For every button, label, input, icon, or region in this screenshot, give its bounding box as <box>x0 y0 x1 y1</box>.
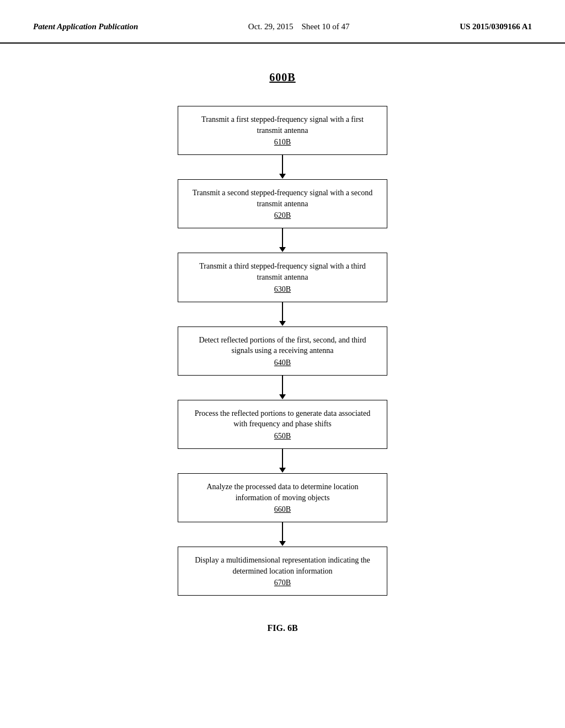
flow-box-text-650b: Process the reflected portions to genera… <box>189 408 376 430</box>
sheet-info: Sheet 10 of 47 <box>302 22 350 31</box>
arrow-line-3 <box>282 302 283 321</box>
flow-box-text-620b: Transmit a second stepped-frequency sign… <box>189 188 376 209</box>
arrow-4 <box>279 376 286 400</box>
arrow-6 <box>279 522 286 547</box>
publication-label: Patent Application Publication <box>33 22 138 31</box>
header-center: Oct. 29, 2015 Sheet 10 of 47 <box>248 22 350 31</box>
flow-box-610b: Transmit a first stepped-frequency signa… <box>178 106 387 155</box>
patent-number: US 2015/0309166 A1 <box>460 22 532 31</box>
flow-box-label-630b: 630B <box>189 285 376 294</box>
arrow-head-2 <box>279 247 286 252</box>
arrow-head-4 <box>279 394 286 399</box>
flow-box-label-650b: 650B <box>189 432 376 441</box>
flow-box-630b: Transmit a third stepped-frequency signa… <box>178 253 387 302</box>
arrow-2 <box>279 228 286 253</box>
flow-box-label-640b: 640B <box>189 358 376 367</box>
flow-box-650b: Process the reflected portions to genera… <box>178 400 387 449</box>
flow-box-label-620b: 620B <box>189 211 376 220</box>
arrow-head-6 <box>279 541 286 546</box>
flow-box-text-610b: Transmit a first stepped-frequency signa… <box>189 114 376 136</box>
flow-box-text-630b: Transmit a third stepped-frequency signa… <box>189 261 376 282</box>
publication-date: Oct. 29, 2015 <box>248 22 294 31</box>
flow-box-660b: Analyze the processed data to determine … <box>178 473 387 522</box>
arrow-1 <box>279 155 286 179</box>
arrow-line-2 <box>282 228 283 247</box>
flow-box-text-640b: Detect reflected portions of the first, … <box>189 335 376 356</box>
arrow-line-4 <box>282 376 283 394</box>
flow-box-640b: Detect reflected portions of the first, … <box>178 326 387 376</box>
arrow-5 <box>279 449 286 473</box>
flow-box-label-660b: 660B <box>189 505 376 514</box>
flow-box-text-660b: Analyze the processed data to determine … <box>189 481 376 503</box>
arrow-line-1 <box>282 155 283 174</box>
flow-box-label-610b: 610B <box>189 138 376 147</box>
arrow-3 <box>279 302 286 326</box>
flow-box-670b: Display a multidimensional representatio… <box>178 547 387 596</box>
arrow-line-5 <box>282 449 283 468</box>
flowchart: Transmit a first stepped-frequency signa… <box>150 106 415 596</box>
header: Patent Application Publication Oct. 29, … <box>0 0 565 44</box>
arrow-line-6 <box>282 522 283 541</box>
flow-box-620b: Transmit a second stepped-frequency sign… <box>178 179 387 228</box>
main-content: 600B Transmit a first stepped-frequency … <box>0 44 565 666</box>
diagram-title: 600B <box>269 71 295 84</box>
arrow-head-1 <box>279 174 286 179</box>
arrow-head-3 <box>279 321 286 326</box>
page: Patent Application Publication Oct. 29, … <box>0 0 565 728</box>
flow-box-label-670b: 670B <box>189 579 376 587</box>
arrow-head-5 <box>279 468 286 473</box>
flow-box-text-670b: Display a multidimensional representatio… <box>189 555 376 576</box>
figure-label: FIG. 6B <box>267 623 297 633</box>
